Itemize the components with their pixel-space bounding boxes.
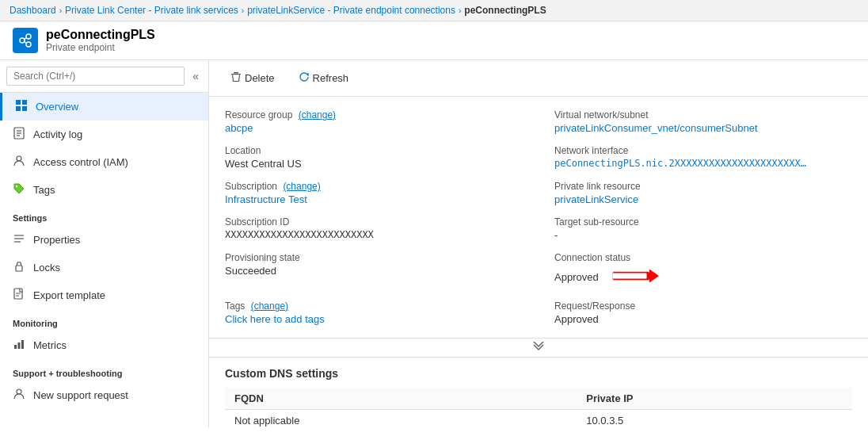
svg-rect-5 [16,100,21,105]
info-field-virtual-network: Virtual network/subnet privateLinkConsum… [554,109,852,134]
sidebar-item-export-template-label: Export template [33,289,105,301]
dns-title: Custom DNS settings [225,367,852,380]
sidebar-item-tags-label: Tags [33,184,55,196]
sidebar-collapse-button[interactable]: « [189,68,202,84]
arrow-indicator [611,265,659,289]
svg-point-2 [26,42,31,47]
dns-table-row: Not applicable10.0.3.5 [225,410,852,428]
overview-icon [15,99,28,114]
provisioning-state-value: Succeeded [225,265,523,277]
breadcrumb-private-endpoint-connections[interactable]: privateLinkService - Private endpoint co… [247,5,455,16]
delete-icon [230,71,242,85]
info-grid: Resource group (change) abcpe Virtual ne… [225,109,852,325]
sidebar-item-overview[interactable]: Overview [0,93,208,121]
sidebar-item-activity-log-label: Activity log [33,128,82,140]
sidebar-item-tags[interactable]: Tags [0,176,208,204]
breadcrumb-dashboard[interactable]: Dashboard [10,5,56,16]
svg-point-14 [16,186,17,187]
collapse-toggle[interactable] [209,339,868,358]
virtual-network-value[interactable]: privateLinkConsumer_vnet/consumerSubnet [554,122,852,134]
svg-rect-24 [21,340,24,349]
info-field-tags: Tags (change) Click here to add tags [225,300,523,325]
refresh-label: Refresh [313,72,349,84]
dns-ip-cell: 10.0.3.5 [577,410,852,428]
sidebar-item-new-support-request[interactable]: New support request [0,381,208,409]
sidebar-item-access-control[interactable]: Access control (IAM) [0,148,208,176]
sidebar-item-new-support-request-label: New support request [33,389,128,401]
sidebar-item-overview-label: Overview [36,101,78,113]
settings-section-label: Settings [0,204,208,226]
sidebar-item-properties-label: Properties [33,234,80,246]
dns-fqdn-cell: Not applicable [225,410,577,428]
svg-rect-8 [22,106,27,111]
resource-icon [13,28,38,53]
content-area: Delete Refresh Resource group (change) a… [209,60,868,427]
sidebar-search-container: « [0,60,208,93]
svg-point-25 [17,389,21,394]
svg-line-4 [25,42,26,44]
sidebar-item-export-template[interactable]: Export template [0,281,208,309]
info-field-connection-status: Connection status Approved [554,252,852,289]
sidebar-item-properties[interactable]: Properties [0,226,208,254]
subscription-id-value: XXXXXXXXXXXXXXXXXXXXXXXXXX [225,229,478,240]
dns-table: FQDN Private IP Not applicable10.0.3.5 [225,388,852,427]
sidebar: « Overview Act [0,60,209,427]
sidebar-item-activity-log[interactable]: Activity log [0,121,208,148]
info-field-target-sub-resource: Target sub-resource - [554,216,852,241]
properties-icon [13,232,25,247]
svg-rect-31 [612,274,646,279]
info-section: Resource group (change) abcpe Virtual ne… [209,97,868,339]
tags-icon [13,182,25,197]
support-section-label: Support + troubleshooting [0,359,208,381]
svg-rect-18 [16,266,22,271]
resource-group-value[interactable]: abcpe [225,122,523,134]
private-link-resource-value[interactable]: privateLinkService [554,193,852,205]
network-interface-value[interactable]: peConnectingPLS.nic.2XXXXXXXXXXXXXXXXXXX… [554,158,808,169]
resource-header: peConnectingPLS Private endpoint [0,21,868,60]
svg-marker-30 [649,269,659,282]
dns-col-fqdn: FQDN [225,388,577,410]
monitoring-section-label: Monitoring [0,309,208,331]
refresh-icon [299,71,310,85]
tags-value[interactable]: Click here to add tags [225,313,523,325]
export-template-icon [13,288,25,303]
info-field-request-response: Request/Response Approved [554,300,852,325]
breadcrumb: Dashboard › Private Link Center - Privat… [0,0,868,21]
dns-col-ip: Private IP [577,388,852,410]
subscription-change-link[interactable]: (change) [283,181,320,192]
resource-group-change-link[interactable]: (change) [299,109,336,121]
info-field-subscription: Subscription (change) Infrastructure Tes… [225,181,523,205]
delete-label: Delete [245,72,275,84]
activity-log-icon [13,127,25,142]
search-input[interactable] [6,67,185,86]
svg-point-1 [26,34,31,39]
info-field-subscription-id: Subscription ID XXXXXXXXXXXXXXXXXXXXXXXX… [225,216,523,241]
svg-point-13 [17,156,21,161]
location-value: West Central US [225,158,523,170]
page-title: peConnectingPLS [46,28,155,42]
svg-rect-7 [16,106,21,111]
svg-rect-26 [231,74,241,75]
subscription-value[interactable]: Infrastructure Test [225,193,523,205]
info-field-location: Location West Central US [225,145,523,170]
info-field-resource-group: Resource group (change) abcpe [225,109,523,134]
svg-rect-22 [14,345,17,349]
dns-section: Custom DNS settings FQDN Private IP Not … [209,358,868,427]
tags-change-link[interactable]: (change) [251,300,288,312]
info-field-provisioning-state: Provisioning state Succeeded [225,252,523,289]
svg-rect-23 [18,342,21,349]
svg-rect-6 [22,100,27,105]
request-response-value: Approved [554,313,852,325]
sidebar-item-metrics[interactable]: Metrics [0,331,208,359]
sidebar-item-access-control-label: Access control (IAM) [33,156,128,168]
delete-button[interactable]: Delete [222,67,284,90]
info-field-private-link-resource: Private link resource privateLinkService [554,181,852,205]
metrics-icon [13,338,25,353]
support-icon [13,388,25,403]
sidebar-item-locks[interactable]: Locks [0,254,208,281]
page-subtitle: Private endpoint [46,42,155,53]
connection-status-value: Approved [554,271,599,283]
refresh-button[interactable]: Refresh [290,67,358,90]
sidebar-item-locks-label: Locks [33,262,60,274]
breadcrumb-private-link[interactable]: Private Link Center - Private link servi… [65,5,238,16]
